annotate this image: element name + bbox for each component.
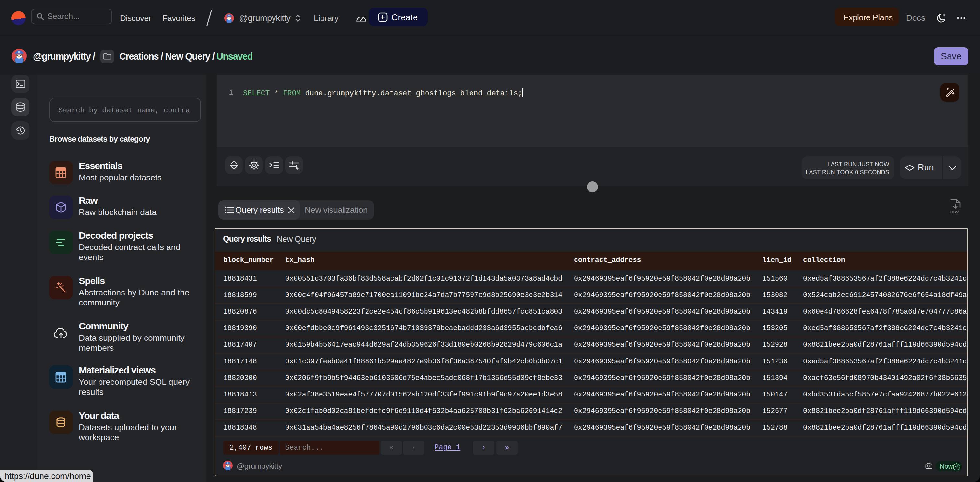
svg-text:CSV: CSV [950,209,959,214]
